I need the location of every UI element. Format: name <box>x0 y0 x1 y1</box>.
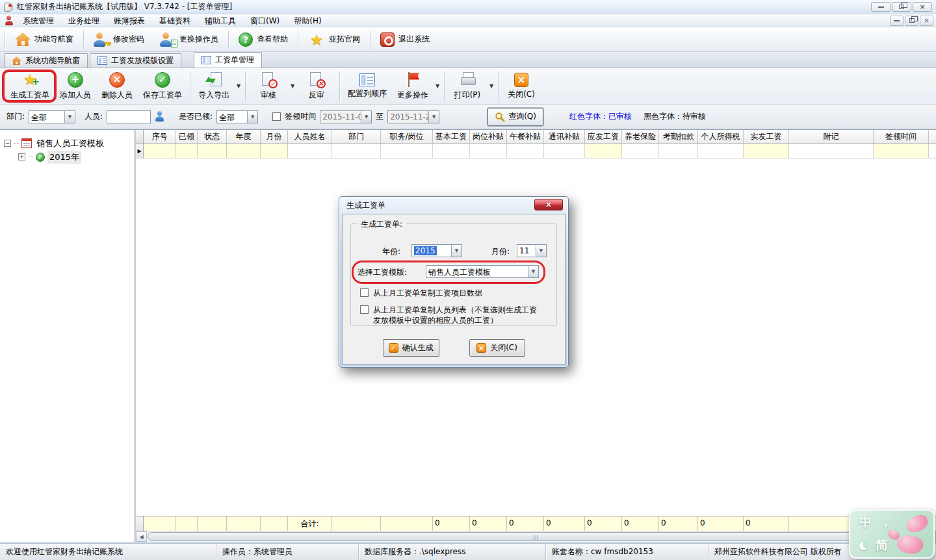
tree-root-salary-template[interactable]: − 销售人员工资模板 <box>4 136 132 150</box>
grid-cell[interactable] <box>507 144 544 159</box>
configure-columns-button[interactable]: 配置列顺序 <box>343 72 392 101</box>
dropdown-arrow-icon[interactable] <box>289 83 296 89</box>
grid-cell[interactable] <box>144 144 176 159</box>
column-header-1[interactable]: 序号 <box>144 130 176 144</box>
template-select[interactable]: 销售人员工资模板 <box>426 265 539 278</box>
date-to-select[interactable]: 2015-11-27 <box>387 110 439 123</box>
grid-cell[interactable] <box>176 144 198 159</box>
tree-node-label[interactable]: 2015年 <box>47 151 81 164</box>
column-header-6[interactable]: 人员姓名 <box>288 130 332 144</box>
column-header-18[interactable]: 附记 <box>789 130 874 144</box>
column-header-8[interactable]: 职务/岗位 <box>381 130 433 144</box>
column-header-4[interactable]: 年度 <box>227 130 261 144</box>
dialog-close-button[interactable] <box>534 199 563 210</box>
more-actions-button[interactable]: 更多操作 <box>392 71 434 102</box>
confirm-generate-button[interactable]: 确认生成 <box>383 339 439 357</box>
grid-cell[interactable] <box>744 144 789 159</box>
ime-simplified-toggle[interactable]: 简 <box>876 537 888 554</box>
column-header-14[interactable]: 养老保险 <box>622 130 659 144</box>
grid-cell[interactable] <box>874 144 929 159</box>
view-help-button[interactable]: 查看帮助 <box>231 29 296 50</box>
menu-help[interactable]: 帮助(H) <box>287 14 328 27</box>
month-select[interactable]: 11 <box>517 244 547 257</box>
audit-button[interactable]: 审核 <box>248 71 289 102</box>
column-header-10[interactable]: 岗位补贴 <box>470 130 507 144</box>
copy-data-checkbox[interactable] <box>360 288 369 297</box>
tab-system-nav[interactable]: 系统功能导航窗 <box>4 53 88 68</box>
exit-system-button[interactable]: 退出系统 <box>372 29 437 50</box>
restore-button[interactable] <box>892 2 911 12</box>
grid-cell[interactable] <box>789 144 874 159</box>
switch-operator-button[interactable]: 更换操作员 <box>152 29 226 50</box>
import-export-button[interactable]: 导入导出 <box>193 71 235 102</box>
copy-people-checkbox[interactable] <box>360 305 369 314</box>
menu-tools[interactable]: 辅助工具 <box>198 14 243 27</box>
tree-root-label[interactable]: 销售人员工资模板 <box>34 137 106 150</box>
window-titlebar[interactable]: 红管家财务出纳记账系统【试用版】 V7.3.742 - [工资单管理] × <box>0 0 936 14</box>
grid-cell[interactable] <box>433 144 470 159</box>
tree-node-2015[interactable]: + 2015年 <box>4 150 132 164</box>
person-input[interactable] <box>107 110 151 123</box>
close-button[interactable]: × <box>913 2 932 12</box>
grid-cell[interactable] <box>585 144 622 159</box>
column-header-2[interactable]: 已领 <box>176 130 198 144</box>
horizontal-scrollbar[interactable] <box>136 531 936 542</box>
dept-select[interactable]: 全部 <box>29 110 75 123</box>
column-header-9[interactable]: 基本工资 <box>433 130 470 144</box>
official-site-button[interactable]: 亚拓官网 <box>300 29 368 50</box>
grid-cell[interactable] <box>659 144 698 159</box>
collapse-icon[interactable]: − <box>4 140 11 147</box>
ime-chinese-toggle[interactable]: 中 <box>859 514 872 531</box>
dropdown-arrow-icon[interactable] <box>434 83 441 89</box>
mdi-minimize-button[interactable] <box>890 16 904 26</box>
column-header-13[interactable]: 应发工资 <box>585 130 622 144</box>
grid-cell[interactable] <box>622 144 659 159</box>
delete-person-button[interactable]: × 删除人员 <box>96 71 138 102</box>
sign-time-checkbox[interactable] <box>272 112 281 121</box>
grid-cell[interactable] <box>929 144 936 159</box>
menu-business[interactable]: 业务处理 <box>61 14 107 27</box>
tab-payroll-management[interactable]: 工资单管理 <box>194 52 262 68</box>
ime-widget[interactable]: 中 ， 简 <box>849 509 935 559</box>
column-header-19[interactable]: 签领时间 <box>874 130 929 144</box>
expand-icon[interactable]: + <box>18 153 25 160</box>
unaudit-button[interactable]: 反审 <box>296 71 337 102</box>
moon-icon[interactable] <box>859 542 868 550</box>
change-password-button[interactable]: 修改密码 <box>86 29 152 50</box>
grid-cell[interactable] <box>381 144 433 159</box>
ime-punct-toggle[interactable]: ， <box>879 514 892 531</box>
column-header-20[interactable]: 签领人 <box>929 130 936 144</box>
column-header-17[interactable]: 实发工资 <box>744 130 789 144</box>
column-header-16[interactable]: 个人所得税 <box>698 130 744 144</box>
person-icon[interactable] <box>155 111 164 122</box>
mdi-restore-button[interactable] <box>905 16 918 26</box>
close-module-button[interactable]: 关闭(C) <box>501 71 541 101</box>
menu-window[interactable]: 窗口(W) <box>243 14 287 27</box>
nav-window-button[interactable]: 功能导航窗 <box>7 29 81 50</box>
column-header-11[interactable]: 午餐补贴 <box>507 130 544 144</box>
scrollbar-thumb[interactable] <box>148 532 924 541</box>
tab-salary-template[interactable]: 工资发放模版设置 <box>90 53 181 68</box>
received-select[interactable]: 全部 <box>216 110 258 123</box>
menu-system[interactable]: 系统管理 <box>16 14 61 27</box>
add-person-button[interactable]: + 添加人员 <box>55 71 96 102</box>
column-header-3[interactable]: 状态 <box>198 130 227 144</box>
print-button[interactable]: 打印(P) <box>447 71 488 102</box>
mdi-close-button[interactable]: × <box>920 16 933 26</box>
grid-cell[interactable] <box>288 144 332 159</box>
scroll-left-icon[interactable] <box>136 531 147 542</box>
dropdown-arrow-icon[interactable] <box>235 83 242 89</box>
grid-cell[interactable] <box>261 144 288 159</box>
column-header-5[interactable]: 月份 <box>261 130 288 144</box>
grid-cell[interactable] <box>698 144 744 159</box>
grid-cell[interactable] <box>544 144 585 159</box>
column-header-7[interactable]: 部门 <box>332 130 381 144</box>
generate-payroll-button[interactable]: 生成工资单 <box>5 70 55 102</box>
date-from-select[interactable]: 2015-11-01 <box>320 110 372 123</box>
dropdown-arrow-icon[interactable] <box>488 83 495 89</box>
grid-cell[interactable] <box>227 144 261 159</box>
year-select[interactable]: 2015 <box>411 244 462 257</box>
column-header-15[interactable]: 考勤扣款 <box>659 130 698 144</box>
grid-cell[interactable] <box>198 144 227 159</box>
grid-cell[interactable] <box>470 144 507 159</box>
